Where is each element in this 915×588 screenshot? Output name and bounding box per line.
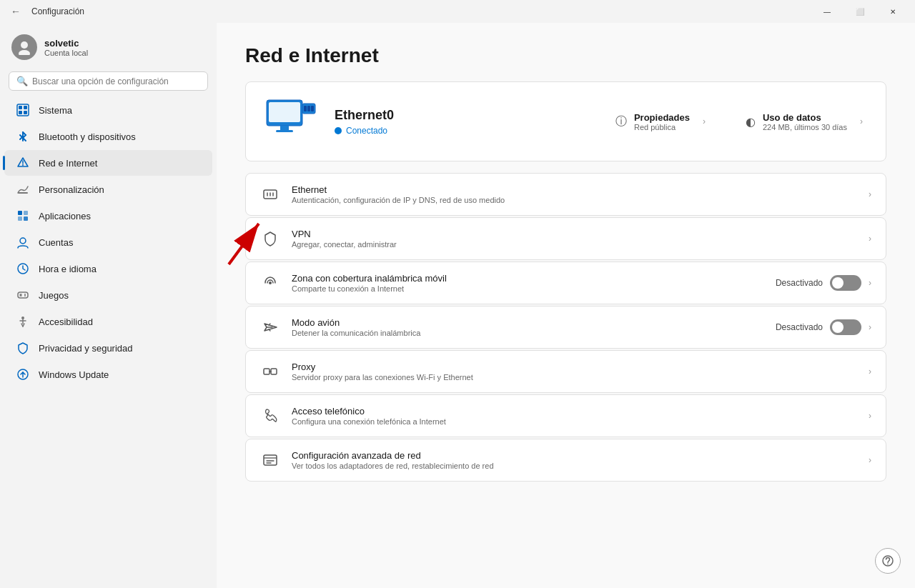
help-button[interactable] bbox=[875, 548, 901, 574]
sidebar-item-label-personalizacion: Personalización bbox=[39, 184, 104, 195]
settings-item-avion[interactable]: Modo avión Detener la comunicación inalá… bbox=[245, 306, 886, 349]
sidebar-item-hora[interactable]: Hora e idioma bbox=[4, 256, 212, 281]
desc-acceso-telefonico: Configura una conexión telefónica a Inte… bbox=[292, 417, 857, 426]
right-vpn: › bbox=[869, 234, 871, 244]
text-avion: Modo avión Detener la comunicación inalá… bbox=[292, 317, 764, 337]
prop2-label: Uso de datos bbox=[763, 112, 847, 123]
text-acceso-telefonico: Acceso telefónico Configura una conexión… bbox=[292, 406, 857, 426]
toggle-label-avion: Desactivado bbox=[776, 322, 823, 332]
text-configuracion-avanzada: Configuración avanzada de red Ver todos … bbox=[292, 450, 857, 470]
name-zona: Zona con cobertura inalámbrica móvil bbox=[292, 273, 764, 284]
settings-list: Ethernet Autenticación, configuración de… bbox=[245, 173, 886, 482]
prop2-sub: 224 MB, últimos 30 días bbox=[763, 123, 847, 131]
chevron-icon-acceso-telefonico: › bbox=[869, 411, 871, 421]
svg-rect-3 bbox=[19, 106, 22, 109]
settings-item-vpn[interactable]: VPN Agregar, conectar, administrar › bbox=[245, 217, 886, 260]
svg-rect-31 bbox=[269, 102, 300, 122]
chevron-icon-proxy: › bbox=[869, 367, 871, 377]
status-label: Conectado bbox=[346, 126, 387, 136]
sidebar-item-bluetooth[interactable]: Bluetooth y dispositivos bbox=[4, 124, 212, 149]
data-usage-icon: ◐ bbox=[746, 115, 756, 129]
avatar bbox=[11, 34, 37, 60]
chevron-icon-ethernet: › bbox=[869, 189, 871, 199]
back-button[interactable]: ← bbox=[6, 1, 26, 21]
user-name: solvetic bbox=[44, 38, 88, 49]
svg-rect-12 bbox=[24, 211, 28, 215]
privacidad-icon bbox=[16, 341, 30, 355]
personalizacion-icon bbox=[16, 182, 30, 196]
prop1-label: Propiedades bbox=[634, 112, 690, 123]
settings-item-configuracion-avanzada[interactable]: Configuración avanzada de red Ver todos … bbox=[245, 439, 886, 482]
cuentas-icon bbox=[16, 235, 30, 249]
name-ethernet: Ethernet bbox=[292, 184, 857, 195]
desc-avion: Detener la comunicación inalámbrica bbox=[292, 329, 764, 337]
right-acceso-telefonico: › bbox=[869, 411, 871, 421]
settings-item-proxy[interactable]: Proxy Servidor proxy para las conexiones… bbox=[245, 350, 886, 393]
svg-rect-37 bbox=[311, 106, 314, 111]
svg-rect-35 bbox=[304, 106, 307, 111]
icon-avion bbox=[260, 317, 280, 337]
user-role: Cuenta local bbox=[44, 49, 88, 57]
toggle-avion[interactable] bbox=[830, 319, 861, 335]
desc-proxy: Servidor proxy para las conexiones Wi-Fi… bbox=[292, 373, 857, 382]
svg-rect-32 bbox=[280, 126, 289, 130]
desc-vpn: Agregar, conectar, administrar bbox=[292, 240, 857, 249]
sidebar-item-label-red: Red e Internet bbox=[39, 158, 97, 169]
toggle-zona[interactable] bbox=[830, 275, 861, 291]
prop-propiedades[interactable]: ⓘ Propiedades Red pública › bbox=[610, 109, 711, 134]
user-info: solvetic Cuenta local bbox=[44, 38, 88, 57]
sidebar-item-sistema[interactable]: Sistema bbox=[4, 97, 212, 123]
minimize-button[interactable]: — bbox=[811, 0, 844, 23]
sidebar-item-red[interactable]: Red e Internet bbox=[4, 150, 212, 176]
svg-rect-17 bbox=[18, 292, 28, 298]
maximize-button[interactable]: ⬜ bbox=[844, 0, 876, 23]
prop1-arrow: › bbox=[703, 116, 706, 126]
chevron-icon-avion: › bbox=[869, 322, 871, 332]
settings-item-acceso-telefonico[interactable]: Acceso telefónico Configura una conexión… bbox=[245, 394, 886, 437]
name-avion: Modo avión bbox=[292, 317, 764, 328]
svg-rect-48 bbox=[264, 455, 277, 465]
sidebar-item-aplicaciones[interactable]: Aplicaciones bbox=[4, 203, 212, 229]
text-vpn: VPN Agregar, conectar, administrar bbox=[292, 229, 857, 249]
svg-point-43 bbox=[269, 281, 272, 284]
sidebar-item-personalizacion[interactable]: Personalización bbox=[4, 176, 212, 202]
svg-point-22 bbox=[24, 295, 26, 297]
svg-rect-14 bbox=[24, 216, 28, 221]
sidebar-item-windows-update[interactable]: Windows Update bbox=[4, 362, 212, 387]
svg-rect-4 bbox=[24, 106, 27, 109]
prop-uso-datos[interactable]: ◐ Uso de datos 224 MB, últimos 30 días › bbox=[740, 109, 869, 134]
icon-proxy bbox=[260, 362, 280, 382]
sidebar-nav: Sistema Bluetooth y dispositivos bbox=[0, 96, 217, 388]
close-button[interactable]: ✕ bbox=[876, 0, 909, 23]
bluetooth-icon bbox=[16, 129, 30, 144]
settings-item-zona[interactable]: Zona con cobertura inalámbrica móvil Com… bbox=[245, 261, 886, 304]
settings-item-ethernet[interactable]: Ethernet Autenticación, configuración de… bbox=[245, 173, 886, 216]
icon-zona bbox=[260, 273, 280, 293]
name-vpn: VPN bbox=[292, 229, 857, 239]
status-dot bbox=[335, 127, 342, 134]
titlebar-title: Configuración bbox=[31, 6, 84, 16]
icon-ethernet bbox=[260, 184, 280, 204]
prop2-arrow: › bbox=[860, 116, 863, 126]
sidebar-item-privacidad[interactable]: Privacidad y seguridad bbox=[4, 335, 212, 361]
app-body: solvetic Cuenta local 🔍 bbox=[0, 23, 915, 588]
sidebar-item-accesibilidad[interactable]: Accesibilidad bbox=[4, 309, 212, 334]
sidebar-item-label-sistema: Sistema bbox=[39, 105, 72, 116]
search-icon: 🔍 bbox=[16, 76, 28, 86]
name-configuracion-avanzada: Configuración avanzada de red bbox=[292, 450, 857, 461]
search-input[interactable] bbox=[32, 76, 200, 86]
adapter-name: Ethernet0 bbox=[335, 108, 595, 123]
search-box[interactable]: 🔍 bbox=[9, 71, 208, 91]
right-ethernet: › bbox=[869, 189, 871, 199]
sidebar-item-juegos[interactable]: Juegos bbox=[4, 282, 212, 308]
sidebar-item-cuentas[interactable]: Cuentas bbox=[4, 229, 212, 255]
name-proxy: Proxy bbox=[292, 362, 857, 372]
sidebar-item-label-juegos: Juegos bbox=[39, 290, 69, 301]
right-configuracion-avanzada: › bbox=[869, 455, 871, 465]
svg-rect-13 bbox=[18, 216, 22, 221]
desc-zona: Comparte tu conexión a Internet bbox=[292, 284, 764, 293]
sidebar-item-label-bluetooth: Bluetooth y dispositivos bbox=[39, 131, 136, 142]
page-title: Red e Internet bbox=[245, 44, 886, 67]
prop1-sub: Red pública bbox=[634, 123, 690, 131]
svg-rect-5 bbox=[19, 111, 22, 114]
